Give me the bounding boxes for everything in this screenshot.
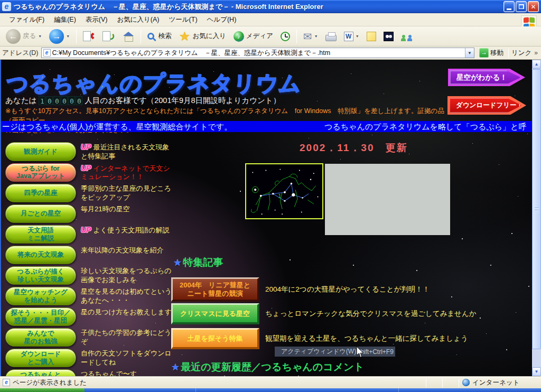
sidebar-item-tsukigoto[interactable]: 月ごとの星空 bbox=[5, 204, 76, 223]
home-button[interactable] bbox=[120, 31, 137, 42]
close-button[interactable]: ✕ bbox=[528, 1, 539, 12]
note-icon bbox=[367, 32, 376, 41]
sidebar-item-tsuruchan[interactable]: つるちゃんと つるぷら bbox=[5, 369, 76, 376]
title-bar[interactable]: e つるちゃんのプラネタリウム －星、星座、惑星から天体観測まで－ - Micr… bbox=[0, 0, 541, 13]
edit-with-word-button[interactable]: W▼ bbox=[341, 31, 362, 42]
favorites-button[interactable]: ★ お気に入り bbox=[176, 30, 229, 43]
sidebar-row: つるぷらが描く 珍しい天文現象 珍しい天文現象をつるぷらの画像でお楽しみを bbox=[5, 266, 174, 285]
messenger-button[interactable] bbox=[398, 31, 415, 42]
sidebar-row: ダウンロード とご購入 自作の天文ソフトをダウンロードしてね bbox=[5, 349, 174, 367]
print-button[interactable] bbox=[323, 31, 339, 42]
up-badge: UP bbox=[81, 164, 91, 172]
sidebar-item-kansoku-guide[interactable]: 観測ガイド bbox=[5, 142, 76, 161]
refresh-button[interactable]: ↻ bbox=[100, 29, 118, 44]
go-button[interactable]: → 移動 bbox=[477, 48, 506, 58]
sidebar-item-obenkyou[interactable]: みんなで 星のお勉強 bbox=[5, 328, 76, 347]
christmas-sky-button[interactable]: クリスマスに見る星空 bbox=[171, 303, 259, 324]
sidebar-row: 四季の星座 季節別の主な星座の見どころをピックアップ bbox=[5, 184, 174, 202]
menu-view[interactable]: 表示(V) bbox=[81, 14, 113, 26]
toolbar-separator bbox=[296, 30, 297, 43]
sidebar-row: 星空ウォッチング を始めよう 星空を見るのは初めてというあなたへ・・・ bbox=[5, 287, 174, 305]
search-button[interactable]: 検索 bbox=[145, 31, 174, 42]
sidebar-row: 将来の天文現象 来年以降の天文現象を紹介 bbox=[5, 246, 174, 264]
mail-button[interactable]: ✉▼ bbox=[301, 29, 321, 44]
sidebar-item-mezurashii[interactable]: つるぷらが描く 珍しい天文現象 bbox=[5, 266, 76, 285]
sidebar-row: つるぷら for Javaアプレット UPインターネットで天文シミュレーション！… bbox=[5, 163, 174, 182]
sidebar-item-java-applet[interactable]: つるぷら for Javaアプレット bbox=[5, 163, 76, 182]
ie-logo-icon: e bbox=[2, 2, 11, 11]
feature-article-row: 土星を探そう特集 観望期を迎える土星を、つるちゃんと一緒に探してみましょう bbox=[171, 328, 468, 349]
ghost-menu-item[interactable]: アクティブウィンドウ(W) bbox=[281, 347, 356, 356]
menu-file[interactable]: ファイル(F) bbox=[4, 14, 49, 26]
up-badge: UP bbox=[81, 226, 91, 234]
vertical-scrollbar[interactable]: ▲ ▼ bbox=[532, 60, 541, 376]
sidebar-item-shiki-seiza[interactable]: 四季の星座 bbox=[5, 184, 76, 202]
sky-guide-ribbon-button[interactable]: 星空がわかる！ bbox=[448, 69, 525, 86]
media-icon: ♪ bbox=[234, 31, 244, 42]
history-clock-icon bbox=[281, 32, 290, 41]
internet-globe-icon bbox=[462, 379, 470, 386]
mouse-cursor bbox=[356, 347, 365, 358]
mail-dropdown-icon[interactable]: ▼ bbox=[314, 34, 318, 38]
last-updated-date: 2002．11．30 更新 bbox=[300, 141, 408, 155]
security-zone-pane: インターネット bbox=[459, 378, 541, 387]
address-input[interactable] bbox=[52, 49, 465, 57]
address-field-frame: e ▼ bbox=[41, 48, 474, 58]
address-label: アドレス(D) bbox=[2, 49, 39, 58]
forward-dropdown-icon[interactable]: ▼ bbox=[66, 34, 70, 38]
scroll-up-button[interactable]: ▲ bbox=[532, 60, 541, 69]
up-badge: UP bbox=[81, 143, 91, 151]
sidebar-row: 観測ガイド UP最近注目される天文現象と特集記事 bbox=[5, 142, 174, 161]
links-label[interactable]: リンク bbox=[511, 49, 531, 58]
address-separator bbox=[508, 49, 509, 58]
print-icon bbox=[325, 35, 337, 41]
constellation-image[interactable]: 1 bbox=[245, 163, 323, 219]
saturn-feature-button[interactable]: 土星を探そう特集 bbox=[171, 328, 259, 349]
windows-taskbar-edge[interactable] bbox=[0, 388, 541, 392]
word-dropdown-icon[interactable]: ▼ bbox=[356, 34, 359, 38]
scroll-down-button[interactable]: ▼ bbox=[532, 367, 541, 376]
menu-help[interactable]: ヘルプ(H) bbox=[202, 14, 241, 26]
discuss-button[interactable] bbox=[364, 31, 379, 42]
sidebar-item-watching[interactable]: 星空ウォッチング を始めよう bbox=[5, 287, 76, 305]
refresh-doc-icon bbox=[102, 31, 110, 41]
sidebar-item-sagasou[interactable]: 探そう・・・目印／ 惑星／星雲・星団 bbox=[5, 307, 76, 326]
history-button[interactable] bbox=[278, 31, 293, 42]
stop-doc-icon bbox=[83, 31, 91, 41]
home-icon bbox=[123, 32, 134, 41]
site-logo: つるちゃんのプラネタリウム bbox=[5, 69, 303, 98]
address-dropdown-button[interactable]: ▼ bbox=[465, 48, 474, 58]
visitor-counter-line: あなたは 100000 人目のお客様です（2001年9月8日開設時よりカウント） bbox=[5, 96, 281, 106]
back-button[interactable]: ← 戻る ▼ bbox=[3, 28, 44, 45]
back-dropdown-icon[interactable]: ▼ bbox=[38, 34, 42, 38]
restore-button[interactable] bbox=[516, 1, 527, 12]
download-free-ribbon-button[interactable]: ダウンロードフリー！ bbox=[447, 96, 526, 115]
sidebar-item-yougo[interactable]: 天文用語 ミニ解説 bbox=[5, 225, 76, 244]
capture-tool-button[interactable] bbox=[381, 31, 396, 42]
status-bar: e ページが表示されました インターネット bbox=[0, 376, 541, 388]
hit-counter: 100000 bbox=[39, 96, 82, 105]
stop-button[interactable]: ✖ bbox=[80, 30, 98, 43]
sidebar-item-shourai[interactable]: 将来の天文現象 bbox=[5, 246, 76, 264]
status-pane bbox=[443, 377, 459, 388]
word-icon: W bbox=[344, 32, 353, 41]
forward-button[interactable]: → ▼ bbox=[46, 28, 72, 45]
search-icon bbox=[147, 33, 154, 40]
links-chevron[interactable]: » bbox=[534, 49, 538, 57]
menu-tools[interactable]: ツール(T) bbox=[164, 14, 202, 26]
favorites-star-icon: ★ bbox=[179, 31, 191, 42]
window-title: つるちゃんのプラネタリウム －星、星座、惑星から天体観測まで－ - Micros… bbox=[14, 2, 503, 12]
start-button-edge[interactable] bbox=[0, 388, 85, 392]
sidebar-row: みんなで 星のお勉強 子供たちの学習の参考にどうぞ bbox=[5, 328, 174, 347]
menu-edit[interactable]: 編集(E) bbox=[49, 14, 81, 26]
status-pane bbox=[426, 377, 442, 388]
menu-favorites[interactable]: お気に入り(A) bbox=[112, 14, 164, 26]
marquee-banner: ージはつるちゃん(個人)が運営する、星空観測総合サイトです。 つるちゃんのプラネ… bbox=[1, 121, 532, 132]
minimize-button[interactable] bbox=[503, 1, 515, 12]
media-button[interactable]: ♪ メディア bbox=[231, 30, 276, 43]
comet-2004-button[interactable]: 2004年 リニア彗星と ニート彗星の競演 bbox=[171, 277, 259, 302]
capture-tool-icon bbox=[384, 32, 394, 41]
scrollbar-thumb[interactable] bbox=[532, 69, 541, 349]
sidebar-nav: 観測ガイド UP最近注目される天文現象と特集記事 つるぷら for Javaアプ… bbox=[5, 142, 174, 376]
sidebar-item-download[interactable]: ダウンロード とご購入 bbox=[5, 349, 76, 367]
